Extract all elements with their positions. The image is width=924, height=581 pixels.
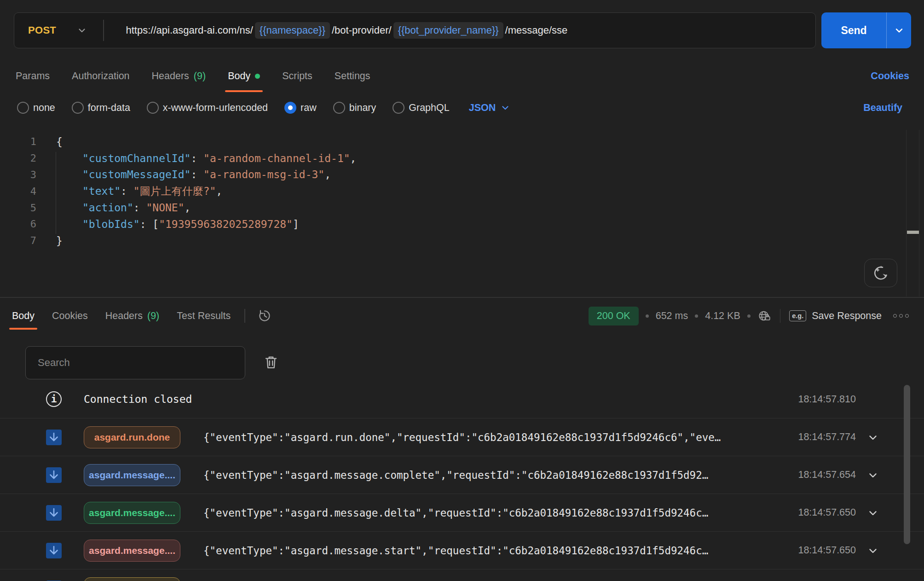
body-mode-form-data[interactable]: form-data — [72, 102, 130, 114]
tab-label: Settings — [335, 70, 370, 82]
radio-icon — [333, 102, 345, 114]
radio-icon — [72, 102, 84, 114]
sse-event-row[interactable]: asgard.message....{"eventType":"asgard.m… — [0, 531, 924, 569]
send-button[interactable]: Send — [821, 12, 911, 48]
response-meta: 200 OK 652 ms 4.12 KB e.g. Save Response — [589, 302, 909, 330]
mode-label: GraphQL — [409, 102, 449, 114]
sse-event-row[interactable]: asgard.run.done{"eventType":"asgard.run.… — [0, 418, 924, 456]
tab-label: Authorization — [72, 70, 130, 82]
sse-event-row[interactable]: asgard.message....{"eventType":"asgard.m… — [0, 494, 924, 531]
request-tab-scripts[interactable]: Scripts — [282, 60, 312, 92]
event-type-badge — [84, 577, 180, 581]
url-template-variable: {{bot_provider_name}} — [393, 22, 503, 39]
tab-label: Scripts — [282, 70, 312, 82]
tab-label: Headers — [152, 70, 189, 82]
response-tab-test-results[interactable]: Test Results — [177, 302, 231, 330]
event-type-badge: asgard.run.done — [84, 426, 180, 448]
code-text: "customChannelId": "a-random-channel-id-… — [36, 152, 356, 164]
info-icon: i — [46, 391, 62, 407]
code-text: "text": "圖片上有什麼?", — [36, 184, 222, 198]
request-tab-params[interactable]: Params — [16, 60, 50, 92]
divider — [244, 309, 245, 323]
language-selector[interactable]: JSON — [469, 102, 511, 114]
sse-event-row[interactable]: asgard.message....{"eventType":"asgard.m… — [0, 456, 924, 494]
response-history-icon[interactable] — [257, 308, 272, 323]
active-tab-underline — [225, 90, 263, 92]
sse-event-row[interactable] — [0, 569, 924, 581]
url-template-variable: {{namespace}} — [255, 22, 330, 39]
send-options-button[interactable] — [886, 12, 911, 48]
code-line: 5"action": "NONE", — [0, 199, 902, 216]
code-text: "action": "NONE", — [36, 202, 191, 214]
body-mode-x-www-form-urlencoded[interactable]: x-www-form-urlencoded — [147, 102, 268, 114]
search-box — [25, 346, 245, 379]
code-line: 1{ — [0, 134, 902, 150]
language-label: JSON — [469, 102, 496, 114]
code-text: "customMessageId": "a-random-msg-id-3", — [36, 168, 331, 180]
request-body-editor[interactable]: 1{2"customChannelId": "a-random-channel-… — [0, 134, 902, 249]
event-payload-preview: {"eventType":"asgard.message.delta","req… — [203, 507, 764, 519]
connection-message: Connection closed — [84, 393, 782, 405]
code-line: 4"text": "圖片上有什麼?", — [0, 183, 902, 199]
request-url-bar: POST https://api.asgard-ai.com/ns/{{name… — [14, 12, 911, 48]
line-number: 2 — [0, 152, 36, 164]
request-tabs: ParamsAuthorizationHeaders(9)BodyScripts… — [16, 60, 370, 92]
cookies-link[interactable]: Cookies — [871, 60, 909, 92]
request-tab-body[interactable]: Body — [228, 60, 260, 92]
message-received-icon — [46, 543, 62, 558]
postbot-fix-button[interactable] — [864, 259, 897, 287]
more-actions-button[interactable] — [893, 314, 909, 318]
url-segment: /bot-provider/ — [332, 24, 392, 36]
divider — [919, 130, 919, 296]
beautify-link[interactable]: Beautify — [863, 96, 902, 120]
body-mode-binary[interactable]: binary — [333, 102, 376, 114]
url-input[interactable]: https://api.asgard-ai.com/ns/{{namespace… — [104, 22, 816, 39]
response-tab-cookies[interactable]: Cookies — [52, 302, 88, 330]
event-payload-preview: {"eventType":"asgard.run.done","requestI… — [203, 431, 764, 443]
trash-icon — [262, 354, 280, 371]
request-tab-authorization[interactable]: Authorization — [72, 60, 130, 92]
code-line: 7} — [0, 232, 902, 249]
code-line: 2"customChannelId": "a-random-channel-id… — [0, 150, 902, 167]
divider — [780, 309, 781, 323]
status-badge: 200 OK — [589, 307, 639, 325]
response-time: 652 ms — [656, 310, 688, 322]
code-text: { — [36, 136, 63, 148]
expand-chevron-icon[interactable] — [867, 469, 879, 481]
line-number: 7 — [0, 235, 36, 246]
chevron-down-icon — [76, 25, 87, 36]
chevron-down-icon — [500, 102, 511, 113]
ellipsis-icon — [893, 314, 897, 318]
event-timestamp: 18:14:57.650 — [782, 545, 856, 556]
body-mode-raw[interactable]: raw — [284, 102, 317, 114]
response-tab-headers[interactable]: Headers(9) — [105, 302, 160, 330]
tab-label: Body — [228, 70, 250, 82]
network-globe-lock-icon[interactable] — [757, 309, 771, 323]
editor-scrollbar-thumb[interactable] — [907, 231, 919, 234]
method-selector[interactable]: POST — [14, 13, 103, 48]
list-scrollbar-thumb[interactable] — [904, 385, 910, 544]
expand-chevron-icon[interactable] — [867, 431, 879, 443]
body-mode-none[interactable]: none — [17, 102, 55, 114]
radio-icon — [284, 102, 296, 114]
mode-label: raw — [300, 102, 317, 114]
clear-events-button[interactable] — [262, 354, 280, 371]
sparkle-wand-icon — [872, 264, 890, 282]
expand-chevron-icon[interactable] — [867, 545, 879, 557]
request-tab-headers[interactable]: Headers(9) — [152, 60, 206, 92]
connection-info-row[interactable]: iConnection closed18:14:57.810 — [0, 380, 924, 418]
body-mode-graphql[interactable]: GraphQL — [393, 102, 449, 114]
chevron-down-icon — [893, 24, 905, 36]
event-list: iConnection closed18:14:57.810asgard.run… — [0, 380, 924, 581]
url-field[interactable]: POST https://api.asgard-ai.com/ns/{{name… — [14, 12, 816, 48]
save-response-button[interactable]: e.g. Save Response — [789, 310, 882, 322]
request-tab-settings[interactable]: Settings — [335, 60, 370, 92]
response-tab-body[interactable]: Body — [12, 302, 35, 330]
expand-chevron-icon[interactable] — [867, 507, 879, 519]
event-type-badge: asgard.message.... — [84, 502, 180, 524]
radio-icon — [147, 102, 159, 114]
event-timestamp: 18:14:57.654 — [782, 469, 856, 481]
saved-example-icon: e.g. — [789, 310, 806, 321]
code-text: } — [36, 235, 63, 247]
search-input[interactable] — [26, 357, 245, 369]
